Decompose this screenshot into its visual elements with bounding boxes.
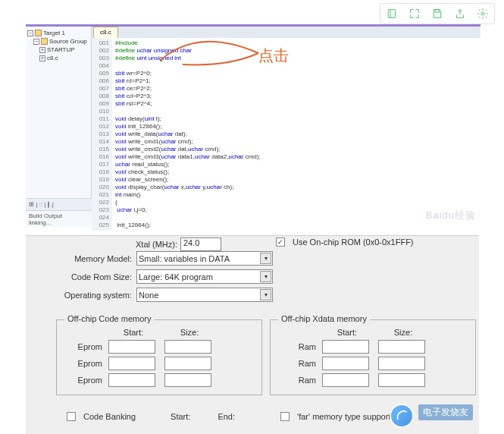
code-editor[interactable]: 点击 0010020030040050060070080090100110120… (92, 38, 481, 231)
ram-start-1[interactable] (322, 340, 369, 354)
watermark-logo-icon (390, 404, 414, 428)
os-label: Operating system: (56, 291, 136, 300)
col-size: Size: (164, 328, 214, 337)
os-value: None (139, 291, 158, 300)
editor-tabbar: c8.c (92, 27, 481, 38)
chevron-down-icon: ▾ (260, 253, 271, 264)
gear-icon[interactable] (473, 5, 493, 22)
tree-expand-icon[interactable]: + (39, 55, 45, 61)
project-tree: −Target 1 −Source Group +STARTUP +c8.c (26, 27, 92, 198)
code-rom-select[interactable]: Large: 64K program▾ (136, 269, 273, 284)
eprom-label: Eprom (63, 376, 102, 385)
onchip-row: ✓ Use On-chip ROM (0x0-0x1FFF) (276, 237, 414, 247)
ram-label: Ram (277, 376, 316, 385)
col-size: Size: (378, 328, 428, 337)
watermark: 电子发烧友 www.elecfans.com (390, 404, 473, 428)
watermark: Baidu经验 (426, 209, 476, 222)
chevron-down-icon: ▾ (260, 289, 271, 300)
svg-rect-0 (388, 10, 395, 18)
tree-target-label: Target 1 (43, 29, 65, 37)
os-select[interactable]: None▾ (136, 288, 273, 302)
action-toolbar (380, 3, 495, 24)
offchip-code-fieldset: Off-chip Code memory Start:Size: Eprom E… (56, 319, 262, 395)
ram-size-3[interactable] (378, 373, 425, 387)
code-banking-checkbox[interactable] (67, 412, 76, 421)
ram-size-2[interactable] (378, 357, 425, 370)
offchip-code-legend: Off-chip Code memory (64, 314, 154, 323)
col-start: Start: (108, 328, 158, 337)
watermark-text: 电子发烧友 (418, 404, 473, 420)
tree-collapse-icon[interactable]: − (27, 30, 33, 36)
tree-file-label: c8.c (47, 54, 58, 62)
folder-icon (41, 38, 48, 45)
editor-tab[interactable]: c8.c (93, 27, 118, 38)
col-start: Start: (322, 328, 372, 337)
eprom-label: Eprom (63, 342, 102, 351)
book-icon[interactable] (382, 5, 402, 22)
tree-target[interactable]: −Target 1 (27, 29, 89, 37)
watermark-url: www.elecfans.com (418, 420, 473, 427)
ram-label: Ram (277, 342, 316, 351)
expand-icon[interactable] (405, 5, 424, 22)
memory-model-label: Memory Model: (56, 254, 136, 263)
banking-start-label: Start: (171, 412, 190, 421)
ram-size-1[interactable] (378, 340, 425, 354)
status-segment: ⊞ | :: | ∥.| (29, 201, 54, 208)
onchip-label: Use On-chip ROM (0x0-0x1FFF) (293, 237, 414, 247)
xtal-label: Xtal (MHz): (56, 240, 177, 249)
banking-end-label: End: (218, 412, 235, 421)
eprom-start-3[interactable] (108, 373, 155, 387)
tree-expand-icon[interactable]: + (39, 47, 45, 53)
xtal-row: Xtal (MHz): 24.0 (56, 237, 221, 251)
eprom-size-1[interactable] (164, 340, 211, 354)
eprom-size-3[interactable] (164, 373, 211, 387)
tree-group[interactable]: −Source Group (27, 37, 89, 46)
tree-collapse-icon[interactable]: − (33, 39, 39, 45)
svg-rect-2 (435, 10, 439, 12)
eprom-start-2[interactable] (108, 357, 155, 370)
xtal-input[interactable]: 24.0 (180, 237, 221, 251)
eprom-start-1[interactable] (108, 340, 155, 354)
options-dialog: Xtal (MHz): 24.0 ✓ Use On-chip ROM (0x0-… (26, 235, 479, 434)
far-memory-checkbox[interactable] (280, 412, 290, 421)
line-gutter: 0010020030040050060070080090100110120130… (92, 38, 112, 231)
tree-startup-label: STARTUP (47, 46, 75, 54)
eprom-label: Eprom (63, 359, 102, 368)
ram-start-2[interactable] (322, 357, 369, 370)
ide-screenshot: −Target 1 −Source Group +STARTUP +c8.c c… (26, 24, 481, 225)
offchip-xdata-legend: Off-chip Xdata memory (278, 314, 370, 323)
code-banking-label: Code Banking (83, 412, 136, 421)
save-icon[interactable] (427, 5, 447, 22)
onchip-checkbox[interactable]: ✓ (276, 237, 285, 247)
code-rom-label: Code Rom Size: (56, 272, 136, 281)
memory-model-value: Small: variables in DATA (139, 254, 230, 263)
tree-item[interactable]: +STARTUP (27, 46, 89, 54)
tree-group-label: Source Group (49, 37, 87, 46)
code-area[interactable]: #include #define uchar unsigned char#def… (112, 38, 481, 231)
offchip-xdata-fieldset: Off-chip Xdata memory Start:Size: Ram Ra… (270, 319, 476, 395)
share-icon[interactable] (450, 5, 470, 22)
eprom-size-2[interactable] (164, 357, 211, 370)
code-rom-value: Large: 64K program (139, 272, 213, 281)
folder-icon (35, 30, 42, 36)
svg-point-3 (481, 12, 484, 15)
far-memory-label: 'far' memory type support (297, 412, 390, 421)
ram-start-3[interactable] (322, 373, 369, 387)
memory-model-select[interactable]: Small: variables in DATA▾ (136, 251, 273, 266)
tree-item[interactable]: +c8.c (27, 54, 89, 62)
dialog-form: Memory Model: Small: variables in DATA▾ … (56, 251, 273, 306)
ram-label: Ram (277, 359, 316, 368)
chevron-down-icon: ▾ (260, 271, 271, 282)
